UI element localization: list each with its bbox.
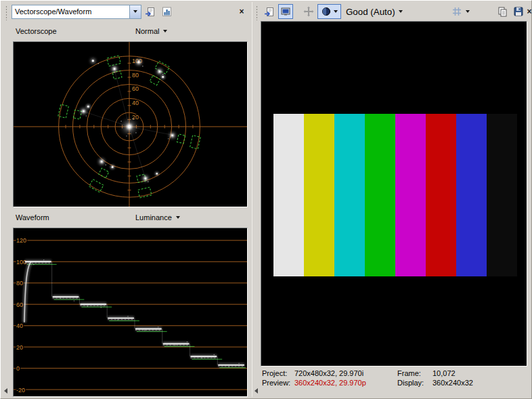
scale-label: 100 (16, 259, 26, 266)
color-bar (304, 114, 334, 276)
vectorscope-mode-value: Normal (135, 27, 159, 35)
waveform-mode-dropdown[interactable]: Luminance (135, 213, 180, 222)
scale-label: 60 (16, 301, 23, 308)
scopes-toolbar: Vectorscope/Waveform (10, 2, 250, 21)
project-value: 720x480x32, 29.970i (294, 369, 397, 378)
waveform-title: Waveform (16, 213, 49, 222)
waveform-speckles (33, 259, 240, 367)
color-bar (365, 114, 395, 276)
scopes-panel: Vectorscope/Waveform (2, 2, 250, 397)
vectorscope-header: Vectorscope Normal (10, 21, 250, 41)
waveform-display: 120 100 80 60 40 20 0 -20 (13, 228, 248, 397)
chevron-down-icon (334, 10, 338, 13)
chevron-down-icon (176, 216, 180, 219)
color-bars-frame (273, 114, 517, 276)
chevron-down-icon (466, 10, 470, 13)
scale-label: 120 (16, 237, 26, 244)
chroma-lines (27, 264, 246, 368)
color-bar (273, 114, 304, 276)
save-snapshot-icon[interactable] (511, 4, 526, 19)
scale-label: -20 (16, 387, 25, 394)
split-screen-icon (321, 6, 332, 17)
preview-label: Preview: (262, 378, 294, 387)
pan-crosshair-icon[interactable] (301, 4, 316, 19)
close-icon[interactable]: × (236, 6, 247, 17)
frame-label: Frame: (397, 369, 433, 378)
grid-icon (451, 6, 462, 17)
waveform-mode-value: Luminance (135, 213, 172, 222)
preview-panel: Good (Auto) (252, 2, 530, 397)
color-bar (487, 114, 517, 276)
scale-label: 60 (132, 85, 139, 92)
vectorscope-display: 100 80 60 40 20 (13, 41, 248, 207)
waveform-graphic: 120 100 80 60 40 20 0 -20 (14, 228, 247, 396)
vectorscope-title: Vectorscope (16, 27, 57, 35)
preview-toolbar: Good (Auto) (261, 2, 530, 21)
split-screen-view-button[interactable] (317, 4, 341, 19)
luminance-trace (24, 261, 244, 366)
scale-label: 80 (16, 280, 23, 287)
collapse-arrow-icon[interactable] (4, 388, 7, 394)
grip-handle-icon (256, 5, 258, 20)
project-label: Project: (262, 369, 294, 378)
scale-label: 20 (16, 344, 23, 351)
preview-quality-dropdown[interactable]: Good (Auto) (342, 4, 406, 19)
scale-label: 80 (132, 72, 139, 79)
scale-label: 20 (132, 114, 139, 121)
display-label: Display: (397, 378, 433, 387)
preview-value: 360x240x32, 29.970p (294, 378, 397, 387)
page-arrow-icon[interactable] (262, 4, 277, 19)
color-bar (395, 114, 426, 276)
scale-label: 0 (16, 365, 20, 372)
copy-snapshot-icon[interactable] (495, 4, 510, 19)
preview-panel-grip[interactable] (252, 2, 261, 397)
scope-type-select[interactable]: Vectorscope/Waveform (12, 5, 141, 19)
bar-chart-icon[interactable] (159, 4, 174, 19)
scope-type-value: Vectorscope/Waveform (12, 5, 129, 18)
status-row: Project: 720x480x32, 29.970i Frame: 10,0… (262, 369, 530, 378)
external-monitor-icon[interactable] (278, 4, 293, 19)
color-bar (426, 114, 456, 276)
color-bar (456, 114, 487, 276)
vectorscope-scale-labels: 100 80 60 40 20 (132, 58, 142, 121)
scopes-panel-grip[interactable] (2, 2, 10, 397)
scope-type-dropdown-button[interactable] (129, 5, 141, 18)
scale-label: 40 (132, 100, 139, 106)
overlays-grid-dropdown[interactable] (448, 4, 473, 19)
display-value: 360x240x32 (433, 378, 530, 387)
waveform-header: Waveform Luminance (10, 207, 250, 228)
frame-value: 10,072 (433, 369, 530, 378)
preview-status-bar: Project: 720x480x32, 29.970i Frame: 10,0… (261, 366, 530, 397)
vectorscope-mode-dropdown[interactable]: Normal (135, 27, 167, 35)
color-bar (334, 114, 365, 276)
application-window: Vectorscope/Waveform (0, 0, 532, 399)
chevron-down-icon (163, 30, 167, 33)
status-row: Preview: 360x240x32, 29.970p Display: 36… (262, 378, 530, 387)
video-preview (261, 21, 527, 366)
page-arrow-icon[interactable] (143, 4, 158, 19)
vectorscope-graphic: 100 80 60 40 20 (14, 42, 247, 207)
close-icon[interactable]: × (527, 6, 532, 17)
preview-quality-value: Good (Auto) (346, 7, 395, 17)
scale-label: 40 (16, 322, 23, 329)
collapse-arrow-icon[interactable] (254, 388, 258, 394)
grip-handle-icon (5, 5, 7, 20)
chevron-down-icon (399, 10, 403, 13)
chevron-down-icon (133, 10, 137, 13)
